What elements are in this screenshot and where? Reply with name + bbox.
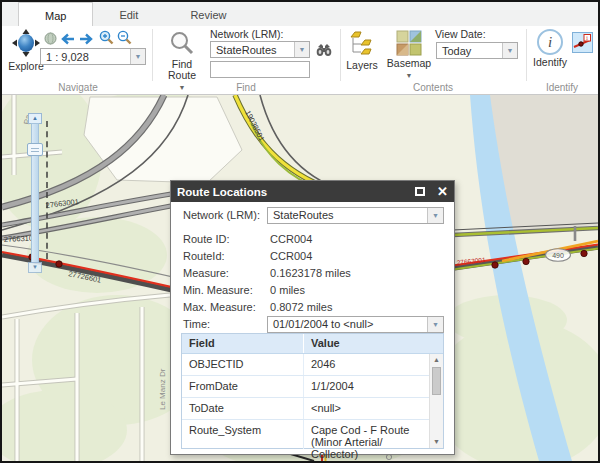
dialog-network-dropdown-icon[interactable]: ▼ bbox=[427, 208, 443, 223]
dialog-time-dropdown-icon[interactable]: ▼ bbox=[427, 317, 443, 332]
table-scrollbar[interactable]: ▲ ▼ bbox=[429, 354, 443, 448]
dialog-network-combo[interactable]: StateRoutes ▼ bbox=[267, 207, 444, 224]
dialog-time-value: 01/01/2004 to <null> bbox=[268, 317, 427, 332]
view-date-value: Today bbox=[437, 45, 502, 57]
field-label: Min. Measure: bbox=[183, 284, 267, 296]
table-row[interactable]: Route_System Cape Cod - F Route (Minor A… bbox=[182, 420, 443, 449]
close-icon[interactable]: ✕ bbox=[437, 187, 448, 197]
cell-value: <null> bbox=[304, 398, 443, 419]
network-lrm-label: Network (LRM): bbox=[210, 28, 284, 40]
header-value: Value bbox=[304, 334, 443, 353]
dialog-title: Route Locations bbox=[177, 186, 267, 198]
next-extent-icon[interactable] bbox=[79, 31, 95, 46]
street-label-le-manz: Le Manz Dr bbox=[158, 368, 167, 410]
app-window: Map Edit Review Explore bbox=[0, 0, 600, 463]
cell-value: Cape Cod - F Route (Minor Arterial/ Coll… bbox=[304, 420, 443, 449]
identify-route-location-icon: i bbox=[573, 33, 592, 52]
explore-icon bbox=[10, 29, 42, 61]
field-value: CCR004 bbox=[270, 233, 312, 245]
tab-edit[interactable]: Edit bbox=[93, 2, 164, 26]
basemap-dropdown-icon[interactable]: ▼ bbox=[406, 70, 413, 81]
tab-map[interactable]: Map bbox=[18, 2, 93, 26]
field-label: RouteId: bbox=[183, 250, 267, 262]
slider-ticks bbox=[46, 121, 48, 259]
routeid-row: RouteId: CCR004 bbox=[183, 250, 312, 262]
identify-button[interactable]: i Identify bbox=[530, 29, 570, 68]
field-label: Route ID: bbox=[183, 233, 267, 245]
scrollbar-up-icon[interactable]: ▲ bbox=[430, 354, 443, 366]
network-lrm-dropdown-icon[interactable]: ▼ bbox=[294, 42, 309, 57]
group-divider bbox=[152, 29, 153, 81]
map-scale-combo[interactable]: 1 : 9,028 ▼ bbox=[40, 48, 146, 65]
route-id-row: Route ID: CCR004 bbox=[183, 233, 312, 245]
scrollbar-thumb[interactable] bbox=[432, 367, 441, 395]
min-measure-row: Min. Measure: 0 miles bbox=[183, 284, 305, 296]
table-row[interactable]: FromDate 1/1/2004 bbox=[182, 376, 443, 398]
explore-label: Explore bbox=[8, 61, 44, 72]
layers-button[interactable]: Layers bbox=[344, 30, 380, 71]
dialog-titlebar[interactable]: Route Locations ✕ bbox=[171, 181, 454, 202]
cell-field: ToDate bbox=[182, 398, 304, 419]
route-shield-label: 490 bbox=[552, 252, 564, 259]
find-route-label-2: Route bbox=[168, 70, 196, 81]
max-measure-row: Max. Measure: 0.8072 miles bbox=[183, 301, 332, 313]
field-value: 0.8072 miles bbox=[270, 301, 332, 313]
cell-field: FromDate bbox=[182, 376, 304, 397]
view-date-label: View Date: bbox=[435, 28, 486, 40]
table-row[interactable]: ToDate <null> bbox=[182, 398, 443, 420]
dialog-network-value: StateRoutes bbox=[268, 208, 427, 223]
identify-label: Identify bbox=[533, 57, 567, 68]
cell-field: Route_System bbox=[182, 420, 304, 449]
ribbon-tabstrip: Map Edit Review bbox=[2, 2, 598, 26]
slider-down-arrow-icon[interactable]: ▼ bbox=[28, 262, 42, 273]
route-search-input[interactable] bbox=[210, 61, 310, 78]
view-date-combo[interactable]: Today ▼ bbox=[436, 42, 518, 59]
slider-thumb[interactable] bbox=[27, 143, 43, 156]
group-divider bbox=[526, 29, 527, 81]
field-label: Time: bbox=[183, 318, 267, 330]
map-scale-dropdown-icon[interactable]: ▼ bbox=[130, 49, 145, 64]
zoom-in-icon[interactable] bbox=[98, 30, 114, 45]
network-lrm-value: StateRoutes bbox=[211, 44, 294, 56]
map-zoom-slider[interactable]: ▲ ▼ bbox=[27, 113, 44, 273]
measure-row: Measure: 0.1623178 miles bbox=[183, 267, 351, 279]
basemap-icon bbox=[396, 30, 422, 58]
identify-route-location-tool-button[interactable]: i bbox=[572, 32, 593, 53]
table-header: Field Value bbox=[182, 334, 443, 354]
identify-group-label: Identify bbox=[526, 82, 598, 93]
table-row[interactable]: OBJECTID 2046 bbox=[182, 354, 443, 376]
field-value: 0.1623178 miles bbox=[270, 267, 351, 279]
layers-icon bbox=[349, 30, 375, 60]
tab-review[interactable]: Review bbox=[164, 2, 252, 26]
network-row: Network (LRM): bbox=[183, 209, 267, 221]
group-divider bbox=[340, 29, 341, 81]
time-row: Time: bbox=[183, 318, 267, 330]
cell-value: 2046 bbox=[304, 354, 443, 375]
scrollbar-down-icon[interactable]: ▼ bbox=[430, 436, 443, 448]
view-date-dropdown-icon[interactable]: ▼ bbox=[502, 43, 517, 58]
contents-group-label: Contents bbox=[340, 82, 526, 93]
field-label: Measure: bbox=[183, 267, 267, 279]
navigate-group-label: Navigate bbox=[4, 82, 152, 93]
full-extent-globe-icon[interactable] bbox=[42, 31, 58, 46]
route-locations-dialog: Route Locations ✕ Network (LRM): StateRo… bbox=[170, 180, 455, 455]
maximize-icon[interactable] bbox=[415, 187, 425, 196]
network-lrm-combo[interactable]: StateRoutes ▼ bbox=[210, 41, 310, 58]
previous-extent-icon[interactable] bbox=[59, 31, 75, 46]
basemap-button[interactable]: Basemap ▼ bbox=[386, 30, 432, 81]
header-field: Field bbox=[182, 334, 304, 353]
layers-label: Layers bbox=[346, 60, 378, 71]
find-binoculars-icon[interactable] bbox=[316, 42, 332, 57]
map-scale-value: 1 : 9,028 bbox=[41, 51, 130, 63]
field-value: CCR004 bbox=[270, 250, 312, 262]
identify-icon: i bbox=[537, 29, 563, 55]
cell-field: OBJECTID bbox=[182, 354, 304, 375]
find-group-label: Find bbox=[152, 82, 340, 93]
cell-value: 1/1/2004 bbox=[304, 376, 443, 397]
basemap-label: Basemap bbox=[387, 58, 431, 69]
field-value: 0 miles bbox=[270, 284, 305, 296]
field-label: Max. Measure: bbox=[183, 301, 267, 313]
find-route-icon bbox=[169, 30, 195, 59]
zoom-out-icon[interactable] bbox=[116, 30, 132, 45]
dialog-time-combo[interactable]: 01/01/2004 to <null> ▼ bbox=[267, 316, 444, 333]
